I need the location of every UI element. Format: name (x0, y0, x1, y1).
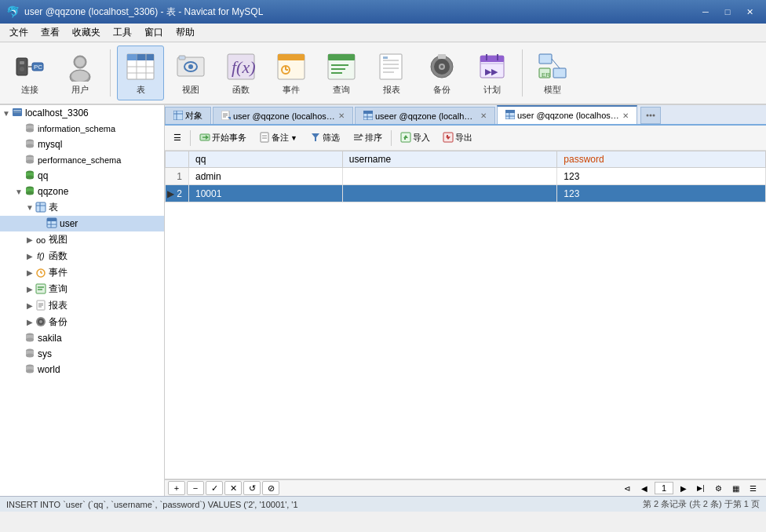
refresh-button[interactable]: ↺ (243, 481, 261, 495)
toolbar-schedule[interactable]: ▶▶ 计划 (469, 46, 516, 100)
table-wrapper[interactable]: qq username password 1 admin 123 (165, 151, 766, 479)
tab-user-query1[interactable]: user @qqzone (localhost_3... ✕ (213, 107, 353, 124)
tree-item-reports-group[interactable]: ▶ 报表 (0, 297, 164, 314)
backup-large-icon (426, 51, 458, 82)
svg-rect-43 (438, 54, 446, 59)
tree-item-user[interactable]: user (0, 216, 164, 231)
import-btn[interactable]: 导入 (395, 128, 436, 148)
tree-item-world[interactable]: world (0, 362, 164, 377)
tab-user-table[interactable]: user @qqzone (localhost_3... ✕ (497, 105, 637, 124)
data-table: qq username password 1 admin 123 (165, 151, 766, 202)
toolbar-view[interactable]: 视图 (167, 46, 214, 100)
toolbar-connect[interactable]: PC 连接 (6, 46, 53, 100)
tree-item-mysql[interactable]: mysql (0, 137, 164, 152)
toolbar-user[interactable]: 用户 (57, 46, 104, 100)
menu-favorites[interactable]: 收藏夹 (66, 24, 107, 42)
row-num-2: ▶ 2 (166, 185, 189, 202)
cell-username-2[interactable] (342, 185, 557, 202)
tab-user-table-close[interactable]: ✕ (622, 111, 629, 120)
tab-useer-query2[interactable]: useer @qqzone (localhost_... ✕ (355, 107, 495, 124)
table-row[interactable]: ▶ 2 10001 123 (166, 185, 766, 202)
tree-arrow-views: ▶ (25, 235, 35, 244)
minimize-button[interactable]: ─ (695, 4, 716, 20)
toolbar-connect-label: 连接 (21, 84, 38, 96)
tab-objects-label: 对象 (185, 110, 202, 122)
sort-label: 排序 (365, 132, 382, 144)
tb-sep-1 (190, 130, 191, 146)
toolbar-backup[interactable]: 备份 (418, 46, 465, 100)
cell-username-1[interactable] (342, 168, 557, 185)
tab-useer-query2-label: useer @qqzone (localhost_... (375, 111, 477, 121)
col-header-username[interactable]: username (342, 151, 557, 168)
toolbar-function[interactable]: f(x) 函数 (217, 46, 264, 100)
toolbar-model[interactable]: ER 模型 (529, 46, 576, 100)
page-next-button[interactable]: ▶ (677, 482, 691, 494)
tree-item-qqzone[interactable]: ▼ qqzone (0, 184, 164, 199)
svg-text:▶▶: ▶▶ (485, 67, 498, 76)
page-prev-button[interactable]: ◀ (637, 482, 651, 494)
tree-item-functions-group[interactable]: ▶ f() 函数 (0, 248, 164, 264)
cell-qq-1[interactable]: admin (189, 168, 343, 185)
sort-btn[interactable]: 排序 (347, 128, 388, 148)
add-row-button[interactable]: + (168, 481, 185, 495)
col-header-password[interactable]: password (557, 151, 766, 168)
tree-item-sakila[interactable]: sakila (0, 330, 164, 346)
grid-view-button[interactable]: ▦ (728, 482, 742, 494)
tab-useer-query2-close[interactable]: ✕ (480, 111, 487, 120)
list-view-button[interactable]: ☰ (746, 482, 760, 494)
tree-item-backups-group[interactable]: ▶ 备份 (0, 314, 164, 330)
tree-item-information-schema[interactable]: information_schema (0, 121, 164, 137)
filter-btn[interactable]: 筛选 (305, 128, 345, 148)
delete-row-button[interactable]: − (187, 481, 204, 495)
tree-item-tables-group[interactable]: ▼ 表 (0, 199, 164, 216)
close-button[interactable]: ✕ (739, 4, 760, 20)
tree-item-performance-schema[interactable]: performance_schema (0, 152, 164, 168)
cancel-button[interactable]: ✕ (224, 481, 242, 495)
toolbar-table[interactable]: 表 (117, 46, 164, 100)
tree-item-sys[interactable]: sys (0, 346, 164, 362)
tab-user-query1-close[interactable]: ✕ (338, 111, 345, 120)
cell-password-2[interactable]: 123 (557, 185, 766, 202)
col-header-qq[interactable]: qq (189, 151, 343, 168)
cell-password-1[interactable]: 123 (557, 168, 766, 185)
table-row[interactable]: 1 admin 123 (166, 168, 766, 185)
tab-user-table-label: user @qqzone (localhost_3... (517, 111, 619, 120)
begin-transaction-btn[interactable]: 开始事务 (194, 128, 252, 148)
svg-rect-111 (363, 111, 373, 114)
svg-rect-51 (553, 68, 566, 78)
toolbar-menu-btn[interactable]: ☰ (168, 128, 187, 148)
menu-file[interactable]: 文件 (3, 24, 35, 42)
menu-help[interactable]: 帮助 (170, 24, 201, 42)
database-icon-mysql (24, 138, 36, 151)
menu-view[interactable]: 查看 (35, 24, 66, 42)
note-btn[interactable]: 备注 ▼ (254, 128, 303, 148)
toolbar-report[interactable]: 报表 (368, 46, 415, 100)
page-last-button[interactable]: ▶| (694, 482, 708, 494)
confirm-button[interactable]: ✓ (206, 481, 223, 495)
tree-item-queries-group[interactable]: ▶ 查询 (0, 281, 164, 297)
views-group-icon: oo (35, 234, 47, 246)
maximize-button[interactable]: □ (717, 4, 738, 20)
svg-point-118 (647, 115, 649, 117)
menu-window[interactable]: 窗口 (138, 24, 170, 42)
export-btn[interactable]: 导出 (437, 128, 478, 148)
tree-item-localhost[interactable]: ▼ localhost_3306 (0, 105, 164, 121)
tree-item-qq[interactable]: qq (0, 168, 164, 184)
svg-line-52 (552, 59, 560, 68)
toolbar-function-label: 函数 (232, 84, 250, 96)
tree-item-events-group[interactable]: ▶ 事件 (0, 264, 164, 281)
page-number-input[interactable] (655, 482, 673, 494)
toolbar-backup-label: 备份 (433, 84, 450, 96)
tab-objects[interactable]: 对象 (165, 107, 211, 124)
stop-button[interactable]: ⊘ (262, 481, 279, 495)
toolbar-event[interactable]: 事件 (268, 46, 315, 100)
page-first-button[interactable]: ⊲ (620, 482, 634, 494)
menu-tools[interactable]: 工具 (107, 24, 138, 42)
toolbar-query[interactable]: 查询 (318, 46, 365, 100)
tree-arrow-localhost: ▼ (2, 109, 11, 118)
tab-extra-button[interactable] (640, 107, 661, 124)
tree-item-views-group[interactable]: ▶ oo 视图 (0, 231, 164, 248)
settings-button[interactable]: ⚙ (711, 482, 725, 494)
query-large-icon (326, 51, 357, 82)
cell-qq-2[interactable]: 10001 (189, 185, 343, 202)
